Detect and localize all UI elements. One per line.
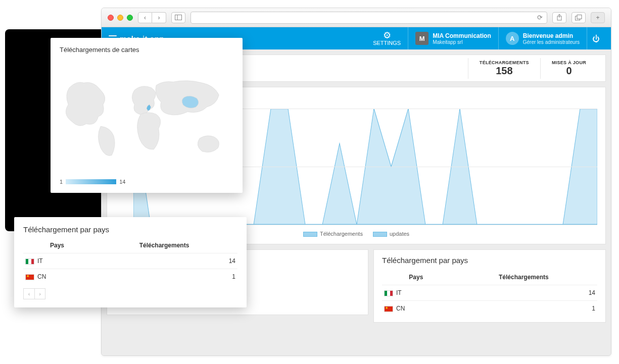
col-downloads: Téléchargements — [450, 270, 597, 285]
legend-label: Téléchargements — [320, 231, 363, 237]
stat-label: TÉLÉCHARGEMENTS — [480, 60, 529, 65]
table-row: CN1 — [382, 301, 597, 317]
nav-forward-button[interactable]: › — [152, 12, 166, 23]
table-row: IT14 — [382, 285, 597, 301]
stat-downloads: TÉLÉCHARGEMENTS 158 — [468, 58, 540, 79]
window-maximize-button[interactable] — [127, 15, 133, 21]
country-code: IT — [37, 257, 43, 265]
logout-icon[interactable]: ⏻ — [592, 34, 600, 43]
download-count: 14 — [91, 253, 237, 269]
tabs-button[interactable] — [572, 12, 586, 23]
stat-value: 158 — [480, 65, 529, 77]
user-greeting: Bienvenue admin — [523, 32, 573, 39]
legend-label: updates — [390, 231, 409, 237]
map-card: Téléchargements de cartes 1 14 — [51, 38, 243, 193]
stat-label: MISES À JOUR — [552, 60, 586, 65]
legend-swatch — [373, 232, 387, 237]
window-traffic-lights — [108, 15, 133, 21]
download-count: 1 — [91, 269, 237, 285]
org-sub: Makeitapp srl — [433, 39, 491, 45]
svg-rect-5 — [577, 15, 582, 19]
pager-prev-button[interactable]: ‹ — [23, 288, 34, 299]
gear-icon: ⚙ — [373, 31, 401, 40]
map-legend: 1 14 — [60, 179, 233, 185]
table-row: CN1 — [23, 269, 237, 285]
flag-icon — [25, 258, 34, 265]
legend-min: 1 — [60, 179, 63, 185]
share-button[interactable] — [552, 12, 566, 23]
url-bar[interactable]: ⟳ — [191, 12, 547, 24]
browser-toolbar: ‹ › ⟳ + — [102, 8, 611, 27]
col-country: Pays — [382, 270, 450, 285]
settings-label: SETTINGS — [373, 40, 401, 46]
country-code: CN — [37, 273, 46, 280]
world-map — [60, 59, 233, 175]
sidebar-toggle-button[interactable] — [171, 12, 185, 23]
stat-updates: MISES À JOUR 0 — [540, 58, 597, 79]
user-sub: Gérer les administrateurs — [523, 39, 580, 45]
flag-icon — [384, 306, 393, 312]
download-count: 1 — [450, 301, 597, 317]
window-minimize-button[interactable] — [117, 15, 123, 21]
country-card: Téléchargement par pays Pays Téléchargem… — [14, 217, 247, 307]
new-tab-button[interactable]: + — [591, 12, 605, 23]
country-table: Pays Téléchargements IT14CN1 — [23, 238, 237, 284]
table-row: IT14 — [23, 253, 237, 269]
country-code: CN — [396, 305, 405, 312]
legend-swatch — [303, 232, 317, 237]
col-downloads: Téléchargements — [91, 238, 237, 253]
org-switcher[interactable]: M MIA Communication Makeitapp srl — [408, 27, 498, 49]
bottom-country-card: Téléchargement par pays Pays Téléchargem… — [373, 249, 606, 323]
card-title: Téléchargement par pays — [23, 225, 237, 234]
org-name: MIA Communication — [433, 32, 491, 39]
card-title: Téléchargements de cartes — [60, 46, 233, 54]
reload-icon[interactable]: ⟳ — [537, 14, 543, 21]
col-country: Pays — [23, 238, 91, 253]
org-avatar: M — [415, 32, 428, 45]
download-count: 14 — [450, 285, 597, 301]
svg-rect-0 — [175, 15, 182, 20]
pager: ‹ › — [23, 288, 237, 299]
nav-back-button[interactable]: ‹ — [138, 12, 152, 23]
settings-button[interactable]: ⚙ SETTINGS — [366, 27, 408, 49]
window-close-button[interactable] — [108, 15, 114, 21]
user-menu[interactable]: A Bienvenue admin Gérer les administrate… — [498, 27, 587, 49]
flag-icon — [25, 274, 34, 280]
country-table: Pays Téléchargements IT14CN1 — [382, 270, 597, 316]
country-code: IT — [396, 289, 402, 296]
pager-next-button[interactable]: › — [34, 288, 45, 299]
flag-icon — [384, 290, 393, 296]
card-title: Téléchargement par pays — [382, 256, 597, 265]
legend-max: 14 — [119, 179, 125, 185]
user-avatar: A — [506, 32, 519, 45]
stat-value: 0 — [552, 65, 586, 77]
legend-gradient — [66, 179, 116, 184]
